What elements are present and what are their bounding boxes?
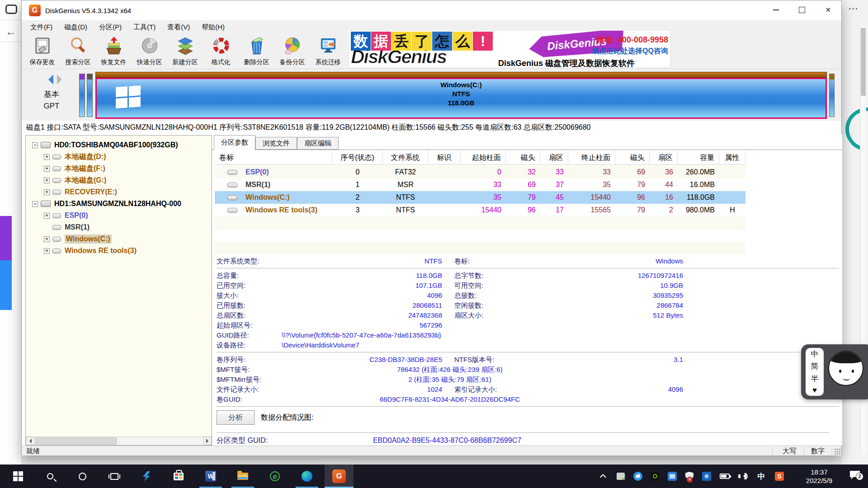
tree-item-local-d[interactable]: 本地磁盘(D:) (26, 151, 212, 163)
close-button[interactable] (815, 0, 841, 19)
expand-icon[interactable] (44, 178, 50, 183)
ime-mascot-avatar[interactable] (828, 351, 863, 386)
minimize-button[interactable] (763, 0, 789, 19)
tree-item-local-g[interactable]: 本地磁盘(G:) (26, 174, 212, 186)
table-row-esp[interactable]: ESP(0) 0FAT32 03233 336936 260.0MB (215, 166, 745, 178)
thunder-app-button[interactable] (132, 465, 161, 488)
titlebar[interactable]: G DiskGenius V5.4.3.1342 x64 (22, 0, 841, 20)
tab-browse-files[interactable]: 浏览文件 (255, 137, 297, 150)
expand-icon[interactable] (44, 236, 50, 242)
tray-defender[interactable]: ✕ (681, 465, 698, 488)
back-arrow-icon[interactable] (5, 25, 16, 38)
task-view-button[interactable] (100, 465, 129, 488)
ime-halfwidth-mode[interactable]: 半 (811, 374, 819, 384)
tray-update-check[interactable] (612, 465, 629, 488)
tree-item-esp[interactable]: ESP(0) (26, 210, 212, 221)
table-row-windows-c[interactable]: Windows(C:) 2NTFS 357945 154409616 118.0… (215, 191, 745, 204)
menu-tools[interactable]: 工具(T) (127, 20, 161, 34)
tree-item-hd1[interactable]: HD1:SAMSUNGMZNLN128HAHQ-000 (26, 198, 212, 210)
scrollbar-thumb[interactable] (861, 28, 866, 96)
windows-partition-bar[interactable]: Windows(C:) NTFS 118.0GB (95, 72, 827, 119)
ime-mode-indicator: 中 (758, 471, 765, 482)
tray-sogou[interactable]: S (770, 465, 788, 488)
scrollbar-thumb[interactable] (35, 437, 117, 445)
esp-partition-bar[interactable] (79, 74, 85, 117)
tray-expand-button[interactable] (596, 465, 612, 488)
new-partition-button[interactable]: 新建分区 (167, 34, 203, 69)
scroll-left-button[interactable] (26, 437, 34, 445)
save-changes-button[interactable]: 保存更改 (24, 34, 60, 69)
start-button[interactable] (4, 465, 33, 488)
tray-battery[interactable] (715, 465, 734, 488)
maximize-button[interactable] (789, 0, 815, 19)
tab-sector-edit[interactable]: 扇区编辑 (297, 137, 339, 150)
tree-item-msr[interactable]: MSR(1) (26, 221, 212, 233)
quick-partition-button[interactable]: 快速分区 (132, 34, 167, 69)
diskgenius-window: G DiskGenius V5.4.3.1342 x64 文件(F) 磁盘(D)… (21, 0, 842, 455)
table-row-msr[interactable]: MSR(1) 1MSR 336937 357944 16.0MB (215, 178, 745, 191)
expand-icon[interactable] (44, 213, 50, 219)
tray-nvidia[interactable] (646, 465, 664, 488)
next-disk-arrow-icon[interactable] (57, 75, 67, 84)
recover-files-button[interactable]: 恢复文件 (96, 34, 132, 69)
partition-body[interactable]: Windows(C:) NTFS 118.0GB (95, 78, 827, 119)
tree-item-hd0[interactable]: HD0:TOSHIBAMQ04ABF100(932GB) (26, 139, 212, 151)
tree-horizontal-scrollbar[interactable] (26, 436, 212, 445)
table-row-windows-re[interactable]: Windows RE tools(3) 3NTFS 154409617 1556… (215, 204, 745, 216)
ime-lang-mode[interactable]: 中 (811, 349, 819, 359)
analyze-button[interactable]: 分析 (217, 410, 255, 425)
empty-row (215, 242, 745, 254)
expand-icon[interactable] (44, 154, 50, 160)
promo-banner[interactable]: DiskGenius 数据丢了怎么! DiskGenius 致电: 400-00… (349, 30, 670, 68)
microsoft-store-button[interactable] (164, 465, 193, 488)
menu-view[interactable]: 查看(V) (161, 20, 196, 34)
partition-caption: Windows(C:) NTFS 118.0GB (97, 80, 826, 108)
tree-item-local-f[interactable]: 本地磁盘(F:) (26, 163, 212, 174)
expand-icon[interactable] (44, 248, 50, 254)
ime-status-pill[interactable]: 中 简 半 ♥ (806, 348, 824, 396)
expand-icon[interactable] (44, 166, 50, 172)
sogou-ime-panel[interactable]: 中 简 半 ♥ (801, 344, 868, 399)
ime-simplified-mode[interactable]: 简 (811, 361, 819, 371)
scroll-right-button[interactable] (203, 437, 212, 445)
collapse-icon[interactable] (32, 142, 38, 148)
more-options-icon[interactable] (848, 3, 858, 14)
cortana-button[interactable] (68, 465, 97, 488)
tray-snowflake-app[interactable]: ❄ (698, 465, 715, 488)
search-partition-button[interactable]: 搜索分区 (60, 34, 96, 69)
tree-item-windows-c[interactable]: Windows(C:) (26, 233, 212, 245)
partition-icon (52, 190, 61, 195)
menu-partition[interactable]: 分区(P) (93, 20, 127, 34)
qq-link[interactable]: 或点击此处选择QQ咨询 (592, 47, 668, 56)
tree-item-recovery-e[interactable]: RECOVERY(E:) (26, 186, 212, 198)
tree-item-windows-re[interactable]: Windows RE tools(3) (26, 245, 212, 257)
tray-volume[interactable] (734, 465, 752, 488)
menu-help[interactable]: 帮助(H) (196, 20, 231, 34)
diskgenius-taskbar-button[interactable]: G (325, 465, 354, 488)
expand-icon[interactable] (44, 189, 50, 195)
msr-partition-bar[interactable] (87, 74, 93, 117)
edge-button[interactable] (292, 465, 321, 488)
ime-favorite-icon[interactable]: ♥ (812, 386, 817, 395)
menu-file[interactable]: 文件(F) (24, 20, 58, 34)
prev-disk-arrow-icon[interactable] (43, 75, 53, 84)
re-tools-partition-bar[interactable] (829, 74, 835, 117)
format-button[interactable]: 格式化 (203, 34, 239, 69)
slogan-tile: 丢 (392, 32, 411, 51)
backup-partition-button[interactable]: 备份分区 (274, 34, 310, 69)
ie-browser-button[interactable]: e (260, 465, 289, 488)
word-button[interactable]: W (196, 465, 225, 488)
divider (772, 447, 773, 455)
tray-ime-mode[interactable]: 中 (752, 465, 770, 488)
delete-partition-button[interactable]: 删除分区 (239, 34, 274, 69)
taskbar-clock[interactable]: 18:37 2022/5/9 (794, 465, 844, 488)
tray-dingtalk[interactable] (629, 465, 646, 488)
resize-grip[interactable] (834, 448, 840, 455)
system-migration-button[interactable]: 系统迁移 (310, 34, 346, 69)
menu-disk[interactable]: 磁盘(D) (58, 20, 93, 34)
taskbar-search-button[interactable] (36, 465, 65, 488)
tab-partition-params[interactable]: 分区参数 (214, 135, 255, 150)
tray-intel-graphics[interactable] (664, 465, 681, 488)
file-explorer-button[interactable] (228, 465, 257, 488)
collapse-icon[interactable] (32, 201, 38, 207)
